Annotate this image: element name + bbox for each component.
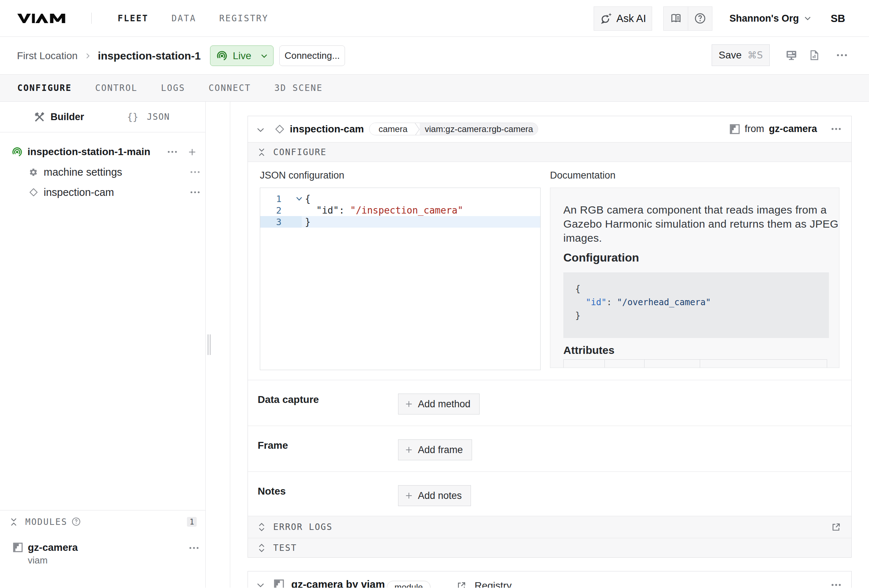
help-circle-icon[interactable]	[71, 517, 81, 526]
add-frame-button[interactable]: Add frame	[398, 439, 472, 460]
collapse-caret-icon[interactable]	[256, 126, 265, 134]
registry-label: Registry	[475, 580, 512, 588]
component-card-header: inspection-cam camera viam:gz-camera:rgb…	[248, 116, 851, 142]
external-link-icon[interactable]	[831, 522, 841, 532]
from-label: from	[744, 123, 764, 135]
top-nav: FLEET DATA REGISTRY Ask AI	[0, 0, 869, 37]
more-menu-icon[interactable]	[189, 546, 199, 550]
json-indent	[305, 205, 316, 216]
json-toggle[interactable]: JSON	[147, 112, 170, 122]
add-method-button[interactable]: Add method	[398, 394, 480, 415]
tab-configure[interactable]: CONFIGURE	[17, 83, 72, 93]
test-bar[interactable]: TEST	[248, 538, 851, 557]
tree-item-machine-settings[interactable]: machine settings	[0, 162, 205, 182]
status-dropdown[interactable]: Live	[210, 46, 274, 66]
line-number: 1	[260, 194, 283, 204]
tab-connect[interactable]: CONNECT	[209, 83, 251, 93]
resize-handle[interactable]	[208, 335, 211, 355]
doc-code-block: { "id": "/overhead_camera" }	[564, 273, 829, 338]
module-icon	[274, 579, 284, 588]
collapse-icon[interactable]	[10, 517, 18, 527]
builder-toggle[interactable]: Builder	[50, 111, 84, 123]
config-sidebar: Builder {} JSON inspection-station-1-mai…	[0, 102, 206, 588]
chevron-right-icon	[84, 52, 92, 60]
tree-item-label: machine settings	[44, 166, 122, 178]
frame-row: Frame Add frame	[248, 426, 851, 471]
org-menu[interactable]: Shannon's Org	[729, 13, 812, 24]
doc-json-key: "id"	[586, 297, 607, 307]
modules-count-badge: 1	[187, 517, 197, 527]
editor-line-active: 3 }	[260, 216, 540, 228]
fold-chevron-icon[interactable]	[283, 194, 305, 203]
nav-registry[interactable]: REGISTRY	[219, 13, 268, 24]
tab-control[interactable]: CONTROL	[95, 83, 138, 93]
machine-name: inspection-station-1	[98, 50, 201, 62]
doc-json-brace: }	[575, 311, 580, 321]
more-menu-icon[interactable]	[168, 150, 177, 154]
machine-bar: First Location inspection-station-1 Live…	[0, 37, 869, 75]
control-monitor-icon[interactable]	[786, 49, 797, 61]
machine-more-menu[interactable]	[836, 53, 847, 57]
editor-line: 1 {	[260, 193, 540, 204]
more-menu-icon[interactable]	[190, 170, 200, 174]
code-text: {	[305, 193, 311, 204]
documentation-panel[interactable]: An RGB camera component that reads image…	[550, 188, 839, 368]
add-component-icon[interactable]	[188, 148, 196, 156]
frame-label: Frame	[258, 440, 288, 451]
card-more-menu[interactable]	[831, 127, 841, 131]
doc-attributes-table	[564, 359, 827, 368]
data-capture-label: Data capture	[258, 394, 319, 406]
component-diamond-icon	[274, 124, 285, 134]
plus-icon	[405, 446, 413, 454]
breadcrumb: First Location inspection-station-1	[17, 37, 201, 75]
avatar[interactable]: SB	[831, 13, 845, 25]
tools-icon	[34, 111, 45, 123]
registry-link[interactable]: Registry	[457, 580, 512, 588]
viam-logo[interactable]	[17, 14, 65, 23]
ask-ai-button[interactable]: Ask AI	[594, 6, 652, 31]
code-text: }	[305, 216, 311, 227]
tab-3d-scene[interactable]: 3D SCENE	[274, 83, 323, 93]
module-badge: module	[387, 581, 430, 588]
more-menu-icon[interactable]	[190, 191, 200, 194]
breadcrumb-location[interactable]: First Location	[17, 50, 78, 62]
book-icon	[670, 12, 682, 25]
logs-file-icon[interactable]	[808, 49, 820, 61]
documentation-label: Documentation	[550, 170, 839, 181]
add-method-label: Add method	[418, 398, 471, 410]
save-label: Save	[719, 49, 741, 61]
error-logs-label: ERROR LOGS	[273, 522, 333, 532]
from-module-name[interactable]: gz-camera	[769, 123, 817, 135]
tree-item-main-part[interactable]: inspection-station-1-main	[0, 142, 205, 162]
module-item[interactable]: gz-camera viam	[0, 542, 205, 567]
json-key: "id"	[316, 205, 339, 216]
ask-ai-label: Ask AI	[616, 13, 646, 25]
connecting-button[interactable]: Connecting...	[279, 46, 345, 66]
help-button[interactable]	[688, 7, 712, 30]
org-name: Shannon's Org	[729, 13, 799, 24]
machine-tabs: CONFIGURE CONTROL LOGS CONNECT 3D SCENE	[0, 75, 869, 102]
save-button[interactable]: Save ⌘S	[712, 44, 770, 66]
doc-json-brace: {	[575, 284, 580, 294]
configure-section-bar[interactable]: CONFIGURE	[248, 142, 851, 162]
nav-fleet[interactable]: FLEET	[118, 13, 148, 24]
module-name: gz-camera	[28, 542, 78, 553]
gear-icon	[29, 168, 38, 177]
json-editor[interactable]: 1 { 2 "id": "/inspection_camera"	[260, 188, 541, 370]
add-notes-button[interactable]: Add notes	[398, 485, 471, 506]
tree-item-inspection-cam[interactable]: inspection-cam	[0, 182, 205, 202]
card-more-menu[interactable]	[831, 583, 841, 587]
tab-logs[interactable]: LOGS	[161, 83, 185, 93]
notes-row: Notes Add notes	[248, 471, 851, 516]
collapse-caret-icon[interactable]	[256, 581, 265, 588]
component-type-pill: camera viam:gz-camera:rgb-camera	[369, 123, 538, 135]
save-shortcut: ⌘S	[747, 50, 763, 61]
module-icon	[730, 124, 740, 134]
error-logs-bar[interactable]: ERROR LOGS	[248, 516, 851, 538]
doc-paragraph: An RGB camera component that reads image…	[564, 203, 839, 245]
doc-json-indent	[575, 297, 586, 307]
nav-data[interactable]: DATA	[171, 13, 196, 24]
docs-button[interactable]	[664, 7, 688, 30]
modules-title: MODULES	[25, 517, 67, 527]
editor-line: 2 "id": "/inspection_camera"	[260, 204, 540, 216]
